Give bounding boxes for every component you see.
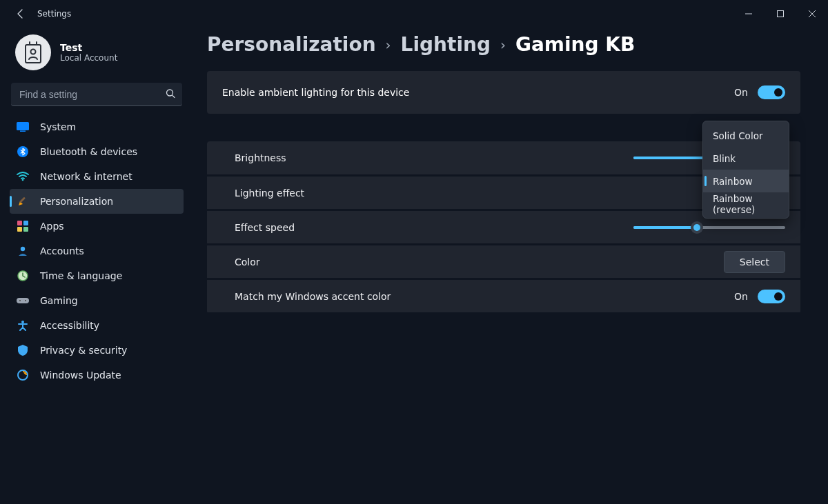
apps-icon	[17, 220, 29, 232]
svg-point-18	[21, 321, 24, 323]
svg-rect-10	[23, 221, 28, 225]
minimize-button[interactable]	[733, 0, 765, 28]
content: Personalization › Lighting › Gaming KB E…	[193, 28, 828, 504]
sidebar-item-gaming[interactable]: Gaming	[10, 288, 184, 313]
svg-rect-9	[17, 221, 22, 225]
sidebar-item-label: Accessibility	[40, 320, 99, 331]
update-icon	[17, 369, 29, 381]
back-button[interactable]	[12, 6, 29, 22]
effect-speed-slider[interactable]	[633, 221, 785, 234]
accounts-icon	[17, 245, 29, 257]
match-accent-toggle[interactable]	[758, 290, 785, 303]
sidebar-item-label: Apps	[40, 221, 64, 232]
color-label: Color	[235, 256, 260, 268]
svg-rect-15	[17, 298, 29, 303]
sidebar-item-network[interactable]: Network & internet	[10, 164, 184, 189]
search-icon	[166, 89, 175, 101]
breadcrumb-lighting[interactable]: Lighting	[401, 33, 491, 56]
shield-icon	[17, 344, 29, 356]
dropdown-option-blink[interactable]: Blink	[703, 147, 789, 170]
sidebar-item-privacy[interactable]: Privacy & security	[10, 338, 184, 363]
svg-point-2	[31, 50, 36, 54]
accessibility-icon	[17, 319, 29, 332]
lighting-effect-dropdown[interactable]: Solid Color Blink Rainbow Rainbow (rever…	[702, 121, 789, 219]
window-controls	[733, 0, 828, 28]
effect-speed-label: Effect speed	[235, 222, 295, 233]
select-color-button[interactable]: Select	[724, 251, 785, 273]
avatar	[15, 34, 51, 70]
svg-rect-11	[17, 227, 22, 232]
svg-point-17	[25, 300, 26, 301]
sidebar-item-label: Network & internet	[40, 171, 132, 182]
match-accent-label: Match my Windows accent color	[235, 291, 391, 302]
wifi-icon	[17, 170, 29, 183]
svg-rect-12	[23, 227, 28, 232]
sidebar-item-time[interactable]: Time & language	[10, 263, 184, 288]
paintbrush-icon	[17, 195, 29, 208]
breadcrumb-personalization[interactable]: Personalization	[207, 33, 376, 56]
maximize-button[interactable]	[765, 0, 796, 28]
sidebar-item-accessibility[interactable]: Accessibility	[10, 313, 184, 338]
system-icon	[17, 121, 29, 133]
sidebar-item-personalization[interactable]: Personalization	[10, 189, 184, 214]
chevron-right-icon: ›	[500, 37, 506, 53]
chevron-right-icon: ›	[386, 37, 391, 53]
sidebar-item-apps[interactable]: Apps	[10, 214, 184, 239]
sidebar: Test Local Account System	[0, 28, 193, 504]
sidebar-item-label: Accounts	[40, 245, 84, 256]
dropdown-option-rainbow-reverse[interactable]: Rainbow (reverse)	[703, 192, 789, 215]
enable-lighting-card: Enable ambient lighting for this device …	[207, 71, 800, 114]
sidebar-item-bluetooth[interactable]: Bluetooth & devices	[10, 139, 184, 164]
nav: System Bluetooth & devices Network & int…	[10, 114, 184, 387]
sidebar-item-label: Bluetooth & devices	[40, 146, 137, 157]
sidebar-item-label: System	[40, 121, 76, 132]
titlebar: Settings	[0, 0, 828, 28]
profile[interactable]: Test Local Account	[10, 28, 184, 83]
dropdown-option-solid-color[interactable]: Solid Color	[703, 124, 789, 147]
svg-rect-4	[17, 122, 29, 130]
dropdown-option-rainbow[interactable]: Rainbow	[703, 170, 789, 192]
enable-lighting-toggle[interactable]	[758, 85, 785, 99]
match-accent-row: Match my Windows accent color On	[207, 279, 800, 312]
sidebar-item-label: Time & language	[40, 270, 122, 281]
breadcrumb-current: Gaming KB	[515, 33, 635, 56]
svg-point-3	[167, 90, 173, 96]
toggle-state-label: On	[734, 291, 748, 302]
profile-name: Test	[60, 42, 117, 53]
window-title: Settings	[37, 9, 71, 19]
search	[11, 83, 182, 106]
close-button[interactable]	[796, 0, 828, 28]
sidebar-item-label: Gaming	[40, 295, 78, 306]
sidebar-item-system[interactable]: System	[10, 114, 184, 139]
svg-point-7	[22, 179, 24, 181]
breadcrumb: Personalization › Lighting › Gaming KB	[207, 33, 800, 56]
gamepad-icon	[17, 294, 29, 307]
svg-rect-0	[778, 11, 784, 17]
sidebar-item-accounts[interactable]: Accounts	[10, 239, 184, 263]
toggle-state-label: On	[734, 87, 748, 98]
svg-point-13	[21, 247, 25, 251]
search-input[interactable]	[11, 83, 182, 106]
sidebar-item-label: Windows Update	[40, 370, 121, 381]
sidebar-item-label: Personalization	[40, 196, 113, 207]
lighting-effect-label: Lighting effect	[235, 188, 304, 199]
sidebar-item-label: Privacy & security	[40, 345, 127, 356]
enable-lighting-label: Enable ambient lighting for this device	[222, 87, 409, 98]
svg-rect-5	[20, 131, 26, 132]
color-row: Color Select	[207, 245, 800, 278]
bluetooth-icon	[17, 145, 29, 158]
clock-icon	[17, 270, 29, 282]
brightness-label: Brightness	[235, 152, 286, 163]
profile-subtitle: Local Account	[60, 53, 117, 63]
sidebar-item-update[interactable]: Windows Update	[10, 363, 184, 387]
svg-point-16	[19, 300, 21, 301]
svg-rect-8	[19, 196, 26, 203]
